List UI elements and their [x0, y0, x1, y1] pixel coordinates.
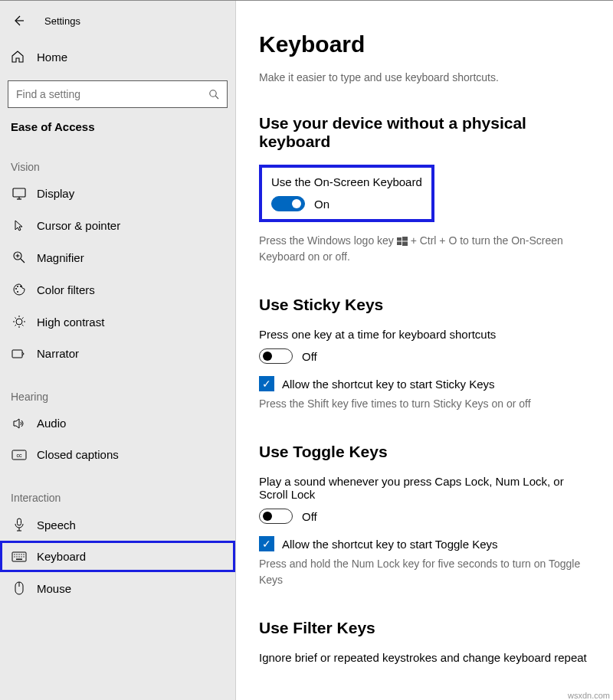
sticky-shortcut-checkbox[interactable]: ✓ [259, 376, 274, 391]
section-header: Ease of Access [0, 120, 235, 139]
svg-text:cc: cc [17, 453, 23, 458]
osk-label: Use the On-Screen Keyboard [271, 175, 422, 188]
svg-rect-45 [397, 242, 402, 246]
filter-label: Ignore brief or repeated keystrokes and … [259, 651, 588, 664]
svg-point-12 [20, 286, 21, 287]
topbar: Settings [0, 10, 235, 42]
sidebar-item-speech[interactable]: Speech [0, 509, 235, 541]
sticky-toggle[interactable] [259, 348, 293, 364]
svg-point-38 [21, 556, 21, 557]
svg-point-33 [21, 554, 21, 554]
toggle-heading: Use Toggle Keys [259, 443, 598, 461]
svg-point-37 [18, 556, 19, 557]
svg-point-36 [16, 556, 17, 557]
sidebar-item-audio[interactable]: Audio [0, 407, 235, 439]
palette-icon [11, 283, 28, 296]
sidebar-item-keyboard[interactable]: Keyboard [0, 541, 235, 572]
microphone-icon [11, 518, 28, 532]
sidebar-item-color-filters[interactable]: Color filters [0, 273, 235, 306]
search-input[interactable] [16, 88, 208, 100]
sidebar-item-label: Audio [37, 417, 66, 430]
svg-line-22 [22, 318, 24, 319]
sidebar-item-high-contrast[interactable]: High contrast [0, 306, 235, 338]
monitor-icon [11, 188, 28, 200]
svg-point-14 [16, 319, 22, 325]
sidebar-item-narrator[interactable]: Narrator [0, 338, 235, 369]
svg-rect-3 [13, 188, 25, 197]
toggle-hint: Press and hold the Num Lock key for five… [259, 556, 581, 588]
svg-point-13 [17, 291, 18, 293]
toggle-checkbox-label: Allow the shortcut key to start Toggle K… [282, 538, 498, 551]
windows-key-icon [397, 237, 408, 246]
group-label-vision: Vision [0, 139, 235, 178]
page-title: Keyboard [259, 31, 598, 57]
svg-point-35 [14, 556, 15, 557]
sticky-checkbox-label: Allow the shortcut key to start Sticky K… [282, 378, 495, 391]
sidebar-item-label: Display [37, 187, 74, 200]
toggle-label: Play a sound whenever you press Caps Loc… [259, 475, 588, 501]
group-label-interaction: Interaction [0, 470, 235, 509]
sidebar-item-display[interactable]: Display [0, 178, 235, 209]
sidebar-item-closed-captions[interactable]: cc Closed captions [0, 439, 235, 470]
svg-point-30 [14, 554, 15, 554]
sidebar-item-label: Mouse [37, 582, 71, 595]
svg-rect-23 [12, 350, 22, 358]
svg-point-10 [15, 288, 17, 289]
svg-rect-43 [397, 237, 402, 241]
window-title: Settings [44, 15, 80, 27]
svg-line-2 [215, 96, 218, 99]
sticky-heading: Use Sticky Keys [259, 296, 598, 314]
osk-heading: Use your device without a physical keybo… [259, 114, 598, 151]
togglekeys-toggle[interactable] [259, 509, 293, 524]
keyboard-icon [11, 551, 28, 562]
svg-point-34 [23, 554, 24, 554]
search-box[interactable] [8, 80, 228, 108]
home-icon [11, 50, 28, 64]
sidebar-item-label: Color filters [37, 283, 95, 296]
toggle-state: Off [302, 510, 317, 523]
svg-rect-44 [402, 237, 408, 241]
cursor-icon [11, 218, 28, 232]
svg-line-19 [15, 318, 17, 319]
magnifier-icon [11, 250, 28, 264]
narrator-icon [11, 348, 28, 360]
svg-line-20 [22, 325, 24, 326]
sticky-label: Press one key at a time for keyboard sho… [259, 328, 598, 341]
sidebar-item-mouse[interactable]: Mouse [0, 572, 235, 604]
svg-rect-46 [402, 242, 408, 247]
watermark: wsxdn.com [568, 691, 610, 700]
svg-point-31 [16, 554, 17, 554]
osk-toggle[interactable] [271, 196, 305, 211]
svg-line-7 [21, 259, 25, 263]
osk-highlight: Use the On-Screen Keyboard On [259, 165, 434, 222]
sidebar-item-label: Speech [37, 518, 76, 532]
svg-point-39 [23, 556, 24, 557]
svg-rect-40 [16, 558, 22, 559]
svg-point-1 [210, 90, 216, 96]
sidebar-item-label: High contrast [37, 316, 104, 329]
group-label-hearing: Hearing [0, 369, 235, 407]
back-arrow-icon[interactable] [11, 13, 26, 28]
search-icon [208, 89, 219, 100]
sidebar-item-label: Closed captions [37, 448, 119, 461]
sidebar-item-label: Narrator [37, 347, 79, 360]
sticky-hint: Press the Shift key five times to turn S… [259, 396, 598, 412]
home-label: Home [37, 51, 67, 64]
sidebar-item-magnifier[interactable]: Magnifier [0, 241, 235, 273]
filter-heading: Use Filter Keys [259, 619, 598, 637]
page-subtitle: Make it easier to type and use keyboard … [259, 71, 598, 83]
sidebar-item-cursor[interactable]: Cursor & pointer [0, 209, 235, 241]
svg-point-11 [17, 286, 18, 287]
audio-icon [11, 417, 28, 430]
toggle-shortcut-checkbox[interactable]: ✓ [259, 536, 274, 551]
osk-state: On [314, 198, 329, 211]
home-nav[interactable]: Home [0, 42, 235, 71]
mouse-icon [11, 581, 28, 595]
svg-line-21 [15, 325, 17, 326]
sidebar-item-label: Cursor & pointer [37, 219, 120, 232]
settings-sidebar: Settings Home Ease of Access Vision Disp… [0, 1, 236, 700]
svg-point-32 [18, 554, 19, 554]
sticky-state: Off [302, 350, 317, 363]
captions-icon: cc [11, 450, 28, 460]
svg-rect-26 [18, 518, 21, 525]
